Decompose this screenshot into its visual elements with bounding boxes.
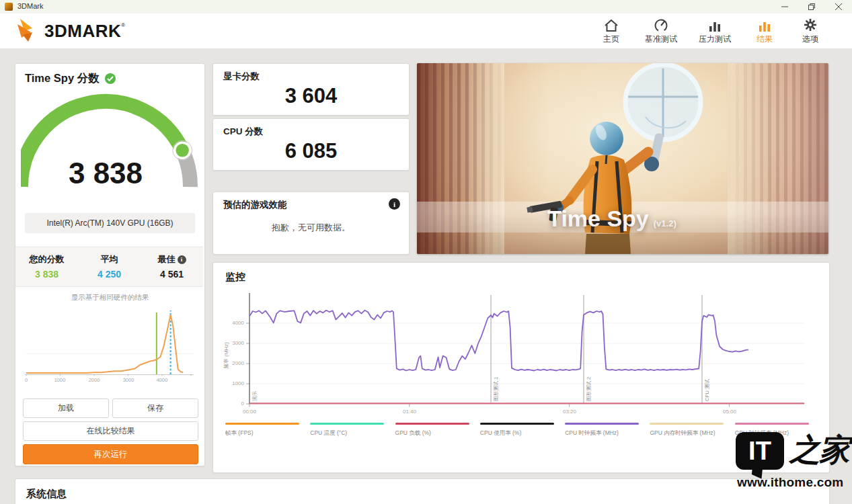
stat-best: 最佳i 4 561 xyxy=(141,247,203,286)
monitor-ytick: 2000 xyxy=(224,360,244,366)
3dmark-logo-icon xyxy=(15,17,44,44)
nav-home[interactable]: 主页 xyxy=(588,16,634,46)
app-header: 3DMARK® 主页 基准测试 压力测试 结果 xyxy=(0,13,852,49)
graphics-score-value: 3 604 xyxy=(213,84,409,108)
stat-average: 平均 4 250 xyxy=(78,247,141,286)
graphics-score-card: 显卡分数 3 604 xyxy=(212,63,410,116)
home-icon xyxy=(604,17,619,32)
graphics-score-label: 显卡分数 xyxy=(223,71,260,83)
legend-color-line xyxy=(565,423,639,425)
compare-online-button[interactable]: 在线比较结果 xyxy=(23,421,198,441)
section-label-gt1: 图形测试 1 xyxy=(493,377,500,401)
monitor-ytick: 3000 xyxy=(224,340,244,346)
monitor-xtick: 05:00 xyxy=(716,409,743,415)
stat-your-score: 您的分数 3 838 xyxy=(15,247,78,286)
results-bars-icon xyxy=(757,17,772,32)
legend-item-cpu-clock: CPU 时钟频率 (MHz) xyxy=(565,423,650,437)
best-info-icon[interactable]: i xyxy=(178,255,186,264)
cpu-score-label: CPU 分数 xyxy=(223,126,263,138)
benchmark-gauge-icon xyxy=(654,17,668,32)
banner-vignette xyxy=(417,63,828,254)
legend-color-line xyxy=(395,423,469,425)
monitor-ytick: 1000 xyxy=(224,380,244,386)
ithome-watermark: IT 之家 www.ithome.com xyxy=(733,431,852,493)
monitor-xtick: 01:40 xyxy=(396,409,423,415)
stat-average-value: 4 250 xyxy=(78,269,141,280)
hist-tick: 1000 xyxy=(48,377,72,383)
legend-color-line xyxy=(225,423,299,425)
time-spy-banner: Time Spy(v1.2) xyxy=(417,63,828,254)
nav-benchmark[interactable]: 基准测试 xyxy=(634,16,688,46)
section-label-cpu: CPU 测试 xyxy=(704,379,711,401)
valid-check-icon xyxy=(105,73,116,84)
cpu-score-card: CPU 分数 6 085 xyxy=(212,118,410,171)
gpu-name: Intel(R) Arc(TM) 140V GPU (16GB) xyxy=(25,213,195,233)
window-titlebar: 3DMark xyxy=(0,0,852,14)
gear-icon xyxy=(803,17,818,32)
maximize-button[interactable] xyxy=(798,0,825,13)
hist-tick: 2000 xyxy=(82,377,106,383)
no-data-message: 抱歉，无可用数据。 xyxy=(213,222,409,234)
monitor-ytick: 0 xyxy=(224,401,244,407)
estimated-game-performance-card: 预估的游戏效能 i 抱歉，无可用数据。 xyxy=(212,192,410,255)
minimize-button[interactable] xyxy=(771,0,798,13)
3dmark-logo: 3DMARK® xyxy=(15,17,125,44)
system-info-card: 系统信息 xyxy=(15,478,830,504)
stress-test-bars-icon xyxy=(707,17,722,32)
nav-results[interactable]: 结果 xyxy=(742,16,787,46)
monitor-xtick: 00:00 xyxy=(236,409,263,415)
run-again-button[interactable]: 再次运行 xyxy=(23,444,198,464)
game-performance-label: 预估的游戏效能 xyxy=(223,199,287,211)
close-button[interactable] xyxy=(825,0,852,13)
stat-best-value: 4 561 xyxy=(141,269,203,280)
time-spy-score-card: Time Spy 分数 3 838 Intel(R) Arc(TM) 140V … xyxy=(15,63,205,466)
legend-item-cpu-temp: CPU 温度 (°C) xyxy=(310,423,395,437)
legend-item-fps: 帧率 (FPS) xyxy=(225,423,310,437)
load-button[interactable]: 加载 xyxy=(23,398,109,418)
window-title: 3DMark xyxy=(17,2,44,10)
legend-color-line xyxy=(735,423,809,425)
info-icon[interactable]: i xyxy=(389,198,400,210)
main-nav: 主页 基准测试 压力测试 结果 xyxy=(588,16,833,46)
nav-stress-test[interactable]: 压力测试 xyxy=(688,16,742,46)
ithome-logo-bubble: IT xyxy=(736,432,784,470)
monitor-xtick: 03:20 xyxy=(556,409,583,415)
legend-item-cpu-usage: CPU 使用率 (%) xyxy=(480,423,565,437)
score-card-title: Time Spy 分数 xyxy=(25,71,116,86)
section-label-gt2: 图形测试 2 xyxy=(586,377,592,401)
brand-text: 3DMARK xyxy=(44,21,121,42)
legend-color-line xyxy=(480,423,554,425)
app-icon xyxy=(5,3,13,11)
hist-tick: 4000 xyxy=(150,377,174,383)
ithome-url: www.ithome.com xyxy=(737,475,843,490)
legend-item-gpu-mem-clock: GPU 内存时钟频率 (MHz) xyxy=(650,423,734,437)
save-button[interactable]: 保存 xyxy=(112,398,198,418)
nav-options[interactable]: 选项 xyxy=(787,16,833,46)
stat-your-score-value: 3 838 xyxy=(15,269,78,280)
hist-tick: 3000 xyxy=(116,377,141,383)
score-histogram-chart xyxy=(22,300,198,376)
legend-color-line xyxy=(650,423,724,425)
legend-color-line xyxy=(310,423,384,425)
score-stats-row: 您的分数 3 838 平均 4 250 最佳i 4 561 xyxy=(15,247,203,287)
legend-item-gpu-load: GPU 负载 (%) xyxy=(395,423,480,437)
monitor-ytick: 4000 xyxy=(224,320,244,326)
brand-reg: ® xyxy=(121,22,125,28)
monitor-legend: 帧率 (FPS) CPU 温度 (°C) GPU 负载 (%) CPU 使用率 … xyxy=(225,423,820,437)
monitoring-chart xyxy=(213,263,829,419)
section-label-demo: 演示 xyxy=(251,391,258,401)
cpu-score-value: 6 085 xyxy=(213,139,409,163)
hist-tick: 0 xyxy=(14,377,38,383)
system-info-title: 系统信息 xyxy=(26,488,67,501)
ithome-logo-suffix: 之家 xyxy=(789,429,849,471)
total-score: 3 838 xyxy=(21,157,190,190)
